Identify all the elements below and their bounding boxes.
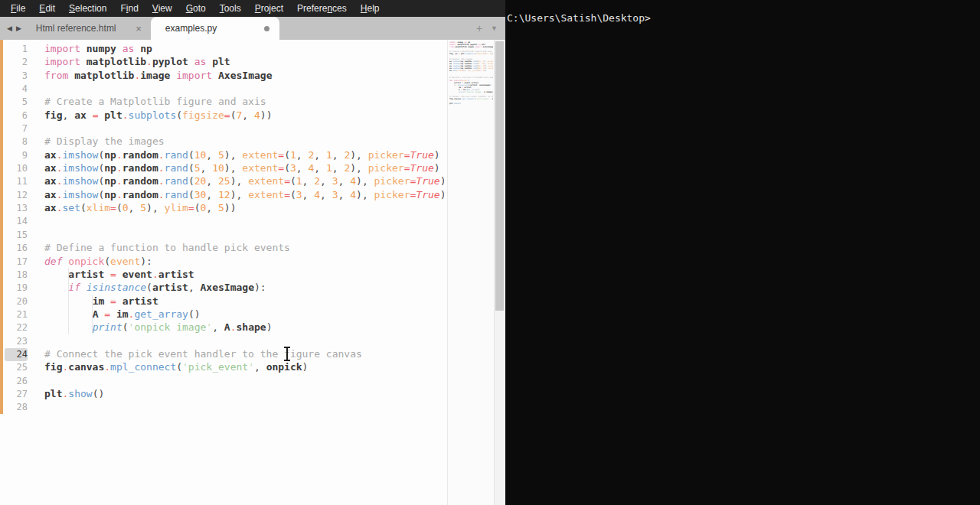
code-line[interactable]: 18 artist = event.artist <box>0 268 444 281</box>
code-line[interactable]: 6fig, ax = plt.subplots(figsize=(7, 4)) <box>0 109 444 122</box>
minimap-line <box>449 106 493 108</box>
indent-guide <box>92 295 93 334</box>
code-line-text: if isinstance(artist, AxesImage): <box>44 282 266 293</box>
code-line[interactable]: 20 im = artist <box>0 295 444 308</box>
code-line[interactable]: 8# Display the images <box>0 135 444 148</box>
line-number: 25 <box>5 361 28 374</box>
menubar-items: FileEditSelectionFindViewGotoToolsProjec… <box>4 0 386 17</box>
code-line-text: import matplotlib.pyplot as plt <box>44 56 230 67</box>
menu-tools[interactable]: Tools <box>213 0 248 17</box>
code-line[interactable]: 5# Create a Matplotlib figure and axis <box>0 95 444 108</box>
menubar: FileEditSelectionFindViewGotoToolsProjec… <box>0 0 505 17</box>
menu-preferences[interactable]: Preferences <box>290 0 354 17</box>
code-line-text: ax.imshow(np.random.rand(20, 25), extent… <box>44 175 444 187</box>
code-line-text: fig, ax = plt.subplots(figsize=(7, 4)) <box>44 109 272 121</box>
line-number: 5 <box>5 96 28 109</box>
line-number: 6 <box>5 109 28 122</box>
code-line[interactable]: 15 <box>0 228 444 241</box>
terminal-window[interactable]: C:\Users\Satish\Desktop> <box>505 0 980 505</box>
code-line[interactable]: 13ax.set(xlim=(0, 5), ylim=(0, 5)) <box>0 201 444 214</box>
line-number: 17 <box>5 256 28 269</box>
menu-find[interactable]: Find <box>113 0 145 17</box>
minimap-column[interactable]: import numpy as npimport matplotlib.pypl… <box>447 40 494 505</box>
menu-selection[interactable]: Selection <box>62 0 113 17</box>
code-line[interactable]: 25fig.canvas.mpl_connect('pick_event', o… <box>0 360 444 373</box>
line-number: 4 <box>5 83 28 96</box>
tab-label: examples.py <box>165 23 217 34</box>
modified-dot-icon <box>264 26 270 31</box>
code-line-text: im = artist <box>44 295 158 307</box>
tab-bar: ◀ ▶ Html reference.html × examples.py + … <box>0 17 505 40</box>
code-line[interactable]: 3from matplotlib.image import AxesImage <box>0 69 444 82</box>
code-line[interactable]: 2import matplotlib.pyplot as plt <box>0 55 444 68</box>
code-line[interactable]: 16# Define a function to handle pick eve… <box>0 241 444 254</box>
menu-file[interactable]: File <box>4 0 32 17</box>
code-line[interactable]: 27plt.show() <box>0 387 444 400</box>
code-line[interactable]: 28 <box>0 400 444 413</box>
code-line[interactable]: 14 <box>0 214 444 227</box>
line-number: 12 <box>5 189 28 202</box>
vertical-scrollbar[interactable] <box>494 40 504 505</box>
tab-back-icon[interactable]: ◀ <box>7 24 12 32</box>
minimap-line: print('onpick image', A.shape) <box>449 91 493 93</box>
code-pane[interactable]: 1import numpy as np2import matplotlib.py… <box>0 40 444 505</box>
menu-view[interactable]: View <box>145 0 179 17</box>
menu-goto[interactable]: Goto <box>179 0 213 17</box>
code-line[interactable]: 11ax.imshow(np.random.rand(20, 25), exte… <box>0 174 444 187</box>
code-line-text: fig.canvas.mpl_connect('pick_event', onp… <box>44 361 308 373</box>
editor-body[interactable]: 1import numpy as np2import matplotlib.py… <box>0 40 505 505</box>
line-number: 8 <box>5 135 28 148</box>
code-line-text: artist = event.artist <box>44 269 194 280</box>
minimap-line: fig, ax = plt.subplots(figsize=(7, 4)) <box>449 53 493 55</box>
minimap-line: from matplotlib.image import AxesImage <box>449 46 493 48</box>
code-line[interactable]: 17def onpick(event): <box>0 255 444 268</box>
scrollbar-thumb[interactable] <box>495 41 504 311</box>
line-number: 18 <box>5 269 28 282</box>
code-line[interactable]: 7 <box>0 122 444 135</box>
line-number: 24 <box>5 348 28 361</box>
code-line[interactable]: 10ax.imshow(np.random.rand(5, 10), exten… <box>0 161 444 174</box>
code-line[interactable]: 21 A = im.get_array() <box>0 308 444 321</box>
line-number: 14 <box>5 215 28 228</box>
code-line[interactable]: 12ax.imshow(np.random.rand(30, 12), exte… <box>0 188 444 201</box>
line-number: 2 <box>5 56 28 69</box>
tab-list-dropdown-icon[interactable]: ▼ <box>491 24 498 32</box>
code-line[interactable]: 19 if isinstance(artist, AxesImage): <box>0 281 444 294</box>
code-line[interactable]: 9ax.imshow(np.random.rand(10, 5), extent… <box>0 148 444 161</box>
tab-forward-icon[interactable]: ▶ <box>16 24 21 32</box>
code-line[interactable]: 4 <box>0 82 444 95</box>
code-line[interactable]: 23 <box>0 334 444 347</box>
menu-edit[interactable]: Edit <box>32 0 62 17</box>
tab-html-reference[interactable]: Html reference.html × <box>26 17 151 40</box>
code-line-text: ax.set(xlim=(0, 5), ylim=(0, 5)) <box>44 202 237 213</box>
code-line-text: # Define a function to handle pick event… <box>44 242 290 253</box>
screen: FileEditSelectionFindViewGotoToolsProjec… <box>0 0 980 505</box>
code-line-text: plt.show() <box>44 388 104 399</box>
line-number: 13 <box>5 202 28 215</box>
code-editor-window: FileEditSelectionFindViewGotoToolsProjec… <box>0 0 505 505</box>
line-number: 19 <box>5 282 28 295</box>
menu-project[interactable]: Project <box>248 0 290 17</box>
code-line-text: # Connect the pick event handler to the … <box>44 348 362 360</box>
close-icon[interactable]: × <box>136 23 142 34</box>
new-tab-icon[interactable]: + <box>476 22 482 34</box>
menu-help[interactable]: Help <box>354 0 387 17</box>
text-cursor-ibeam <box>284 347 290 361</box>
code-line-text: ax.imshow(np.random.rand(10, 5), extent=… <box>44 149 440 161</box>
code-line[interactable]: 26 <box>0 374 444 387</box>
code-line[interactable]: 22 print('onpick image', A.shape) <box>0 321 444 334</box>
tab-examples-py[interactable]: examples.py <box>151 17 279 40</box>
terminal-prompt: C:\Users\Satish\Desktop> <box>507 12 980 24</box>
minimap[interactable]: import numpy as npimport matplotlib.pypl… <box>449 41 493 108</box>
code-line-text: from matplotlib.image import AxesImage <box>44 70 272 81</box>
indent-guide <box>68 268 69 334</box>
code-line[interactable]: 1import numpy as np <box>0 42 444 55</box>
code-line-text: ax.imshow(np.random.rand(5, 10), extent=… <box>44 162 440 174</box>
code-line[interactable]: 24# Connect the pick event handler to th… <box>0 347 444 360</box>
line-number: 20 <box>5 295 28 308</box>
line-number: 23 <box>5 335 28 348</box>
code-line-text: # Display the images <box>44 135 165 147</box>
line-number: 21 <box>5 308 28 321</box>
line-number: 7 <box>5 122 28 135</box>
code-line-text: print('onpick image', A.shape) <box>44 321 272 333</box>
